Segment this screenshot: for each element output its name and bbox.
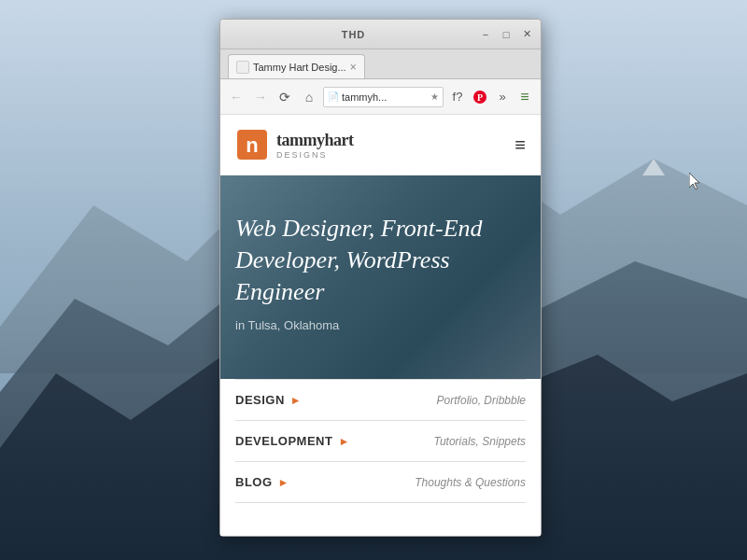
window-title: THD xyxy=(228,29,479,40)
logo-sub: DESIGNS xyxy=(276,150,353,160)
more-button[interactable]: » xyxy=(492,87,513,107)
mouse-cursor xyxy=(689,173,700,189)
nav-item-development[interactable]: DEVELOPMENT ► Tutorials, Snippets xyxy=(235,420,526,461)
toolbar-icons: f? P » ≡ xyxy=(447,87,535,107)
logo: n tammyhart DESIGNS xyxy=(235,128,353,161)
svg-marker-6 xyxy=(642,159,665,175)
svg-text:P: P xyxy=(477,92,483,103)
nav-label-development: DEVELOPMENT xyxy=(235,434,332,448)
nav-desc-blog: Thoughts & Questions xyxy=(415,476,526,489)
nav-item-blog[interactable]: BLOG ► Thoughts & Questions xyxy=(235,461,526,503)
home-button[interactable]: ⌂ xyxy=(299,87,319,107)
logo-icon: n xyxy=(235,128,269,161)
back-button[interactable]: ← xyxy=(226,87,247,107)
browser-menu-button[interactable]: ≡ xyxy=(514,87,535,107)
nav-label-design: DESIGN xyxy=(235,393,285,407)
minimize-button[interactable]: − xyxy=(479,28,492,41)
address-bar: ← → ⟳ ⌂ 📄 tammyh... ★ f? P » xyxy=(220,79,541,115)
hero-section: Web Designer, Front-End Developer, WordP… xyxy=(220,175,541,379)
reload-button[interactable]: ⟳ xyxy=(275,87,295,107)
hero-subtitle: in Tulsa, Oklahoma xyxy=(235,318,526,332)
tab-label: Tammy Hart Desig... xyxy=(253,62,346,73)
page-icon: 📄 xyxy=(328,91,339,102)
svg-text:n: n xyxy=(246,133,258,157)
forward-button[interactable]: → xyxy=(250,87,271,107)
logo-text: tammyhart DESIGNS xyxy=(276,131,353,160)
pinterest-button[interactable]: P xyxy=(470,87,490,107)
url-bar[interactable]: 📄 tammyh... ★ xyxy=(323,87,444,107)
url-text: tammyh... xyxy=(342,91,428,103)
close-button[interactable]: ✕ xyxy=(520,28,533,41)
nav-arrow-design: ► xyxy=(290,394,302,407)
tab-close-button[interactable]: × xyxy=(350,61,357,74)
hero-title: Web Designer, Front-End Developer, WordP… xyxy=(235,213,526,307)
site-header: n tammyhart DESIGNS ≡ xyxy=(220,115,541,175)
nav-desc-design: Portfolio, Dribbble xyxy=(437,394,526,407)
window-controls: − □ ✕ xyxy=(479,28,533,41)
maximize-button[interactable]: □ xyxy=(500,28,513,41)
star-icon[interactable]: ★ xyxy=(430,91,439,102)
page-content: n tammyhart DESIGNS ≡ Web Designer, Fron… xyxy=(220,115,541,536)
tab-favicon xyxy=(236,61,249,74)
svg-marker-11 xyxy=(689,173,699,189)
nav-desc-development: Tutorials, Snippets xyxy=(434,435,527,448)
nav-section: DESIGN ► Portfolio, Dribbble DEVELOPMENT… xyxy=(220,379,541,503)
logo-name: tammyhart xyxy=(276,131,353,150)
nav-arrow-blog: ► xyxy=(278,476,289,489)
nav-arrow-development: ► xyxy=(338,435,349,448)
tab-bar: Tammy Hart Desig... × xyxy=(220,49,541,79)
hamburger-menu-button[interactable]: ≡ xyxy=(514,134,526,156)
font-button[interactable]: f? xyxy=(447,87,468,107)
active-tab[interactable]: Tammy Hart Desig... × xyxy=(228,54,365,78)
nav-label-blog: BLOG xyxy=(235,475,273,489)
nav-item-design[interactable]: DESIGN ► Portfolio, Dribbble xyxy=(235,379,526,420)
title-bar: THD − □ ✕ xyxy=(220,20,541,49)
desktop: THD − □ ✕ Tammy Hart Desig... × ← → ⟳ ⌂ … xyxy=(0,0,747,560)
browser-window: THD − □ ✕ Tammy Hart Desig... × ← → ⟳ ⌂ … xyxy=(219,19,542,537)
